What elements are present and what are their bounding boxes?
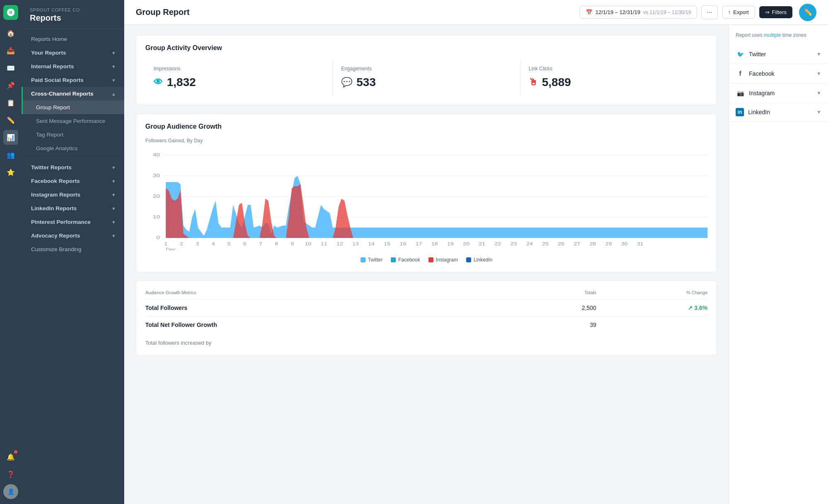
sidebar-item-reports-home[interactable]: Reports Home bbox=[22, 32, 124, 46]
instagram-chevron-icon: ▼ bbox=[816, 90, 821, 96]
linkedin-chevron-icon: ▼ bbox=[816, 109, 821, 115]
nav-list-icon[interactable]: 📋 bbox=[3, 95, 18, 110]
nav-reports-icon[interactable]: 📊 bbox=[3, 130, 18, 145]
audience-growth-title: Group Audience Growth bbox=[145, 123, 708, 130]
twitter-platform-icon: 🐦 bbox=[736, 50, 745, 59]
svg-text:17: 17 bbox=[416, 242, 422, 246]
legend-twitter: Twitter bbox=[361, 257, 383, 263]
svg-text:31: 31 bbox=[637, 242, 643, 246]
svg-text:4: 4 bbox=[212, 242, 215, 246]
timezone-note: Report uses multiple time zones bbox=[729, 32, 828, 45]
metrics-card: Audience Growth Metrics Totals % Change … bbox=[136, 281, 717, 355]
nav-inbox-icon[interactable]: 📥 bbox=[3, 43, 18, 58]
svg-text:15: 15 bbox=[384, 242, 390, 246]
edit-fab-button[interactable]: ✏️ bbox=[799, 4, 816, 21]
metric-change-net-growth bbox=[596, 317, 708, 334]
sidebar-item-internal-reports[interactable]: Internal Reports ▼ bbox=[22, 60, 124, 73]
metric-change-followers: ↗ 3.6% bbox=[596, 300, 708, 317]
sidebar-item-google-analytics[interactable]: Google Analytics bbox=[22, 142, 124, 155]
metric-total-net-growth: 39 bbox=[520, 317, 596, 334]
platform-instagram-left: 📷 Instagram bbox=[736, 89, 775, 98]
sidebar-item-facebook-reports[interactable]: Facebook Reports ▼ bbox=[22, 174, 124, 188]
svg-text:2: 2 bbox=[180, 242, 183, 246]
nav-home-icon[interactable]: 🏠 bbox=[3, 26, 18, 41]
svg-text:0: 0 bbox=[156, 235, 160, 240]
company-name: Sprout Coffee Co. bbox=[30, 7, 116, 12]
user-avatar[interactable]: 👤 bbox=[3, 484, 18, 499]
platform-twitter-left: 🐦 Twitter bbox=[736, 50, 766, 59]
page-title: Group Report bbox=[136, 7, 190, 17]
nav-tasks-icon[interactable]: ✉️ bbox=[3, 60, 18, 75]
content-area: Group Activity Overview Impressions 👁 1,… bbox=[124, 25, 828, 504]
stat-impressions: Impressions 👁 1,832 bbox=[145, 59, 333, 96]
more-options-button[interactable]: ··· bbox=[701, 5, 717, 19]
sidebar-item-customize-branding[interactable]: Customize Branding bbox=[22, 242, 124, 256]
twitter-legend-label: Twitter bbox=[368, 257, 383, 263]
engagements-icon: 💬 bbox=[341, 77, 352, 88]
svg-text:30: 30 bbox=[621, 242, 628, 246]
export-button[interactable]: ↑ Export bbox=[722, 6, 755, 19]
filters-icon: ⇒ bbox=[765, 9, 770, 15]
legend-linkedin: LinkedIn bbox=[466, 257, 492, 263]
audience-growth-card: Group Audience Growth Followers Gained, … bbox=[136, 113, 717, 272]
sidebar-item-tag-report[interactable]: Tag Report bbox=[22, 128, 124, 142]
nav-help-icon[interactable]: ❓ bbox=[3, 467, 18, 482]
sidebar-item-paid-social[interactable]: Paid Social Reports ▼ bbox=[22, 73, 124, 87]
svg-text:21: 21 bbox=[479, 242, 486, 246]
stat-link-clicks: Link Clicks 🖱 5,889 bbox=[520, 59, 708, 96]
sidebar-header: Sprout Coffee Co. Reports bbox=[22, 0, 124, 29]
svg-text:9: 9 bbox=[291, 242, 294, 246]
sidebar-item-group-report[interactable]: Group Report bbox=[22, 101, 124, 114]
linkedin-legend-dot bbox=[466, 257, 471, 262]
chart-legend: Twitter Facebook Instagram LinkedIn bbox=[145, 257, 708, 263]
sidebar-item-cross-channel[interactable]: Cross-Channel Reports ▲ bbox=[22, 87, 124, 101]
instagram-legend-label: Instagram bbox=[436, 257, 458, 263]
calendar-icon: 📅 bbox=[586, 9, 592, 15]
sidebar-item-linkedin-reports[interactable]: LinkedIn Reports ▼ bbox=[22, 202, 124, 215]
sidebar-item-pinterest[interactable]: Pinterest Performance ▼ bbox=[22, 215, 124, 229]
svg-text:40: 40 bbox=[153, 152, 160, 157]
app-logo[interactable] bbox=[3, 5, 18, 20]
platform-instagram[interactable]: 📷 Instagram ▼ bbox=[729, 84, 828, 103]
nav-team-icon[interactable]: 👥 bbox=[3, 147, 18, 162]
right-panel: Report uses multiple time zones 🐦 Twitte… bbox=[729, 25, 828, 504]
sidebar-item-your-reports[interactable]: Your Reports ▼ bbox=[22, 46, 124, 60]
svg-text:25: 25 bbox=[542, 242, 549, 246]
svg-text:20: 20 bbox=[463, 242, 469, 246]
svg-text:6: 6 bbox=[243, 242, 247, 246]
stats-row: Impressions 👁 1,832 Engagements 💬 533 bbox=[145, 59, 708, 96]
chevron-advocacy: ▼ bbox=[111, 233, 116, 238]
date-range-button[interactable]: 📅 12/1/19 – 12/31/19 vs 11/1/19 – 11/30/… bbox=[580, 6, 697, 19]
sidebar-item-twitter-reports[interactable]: Twitter Reports ▼ bbox=[22, 161, 124, 174]
group-activity-card: Group Activity Overview Impressions 👁 1,… bbox=[136, 35, 717, 105]
filters-button[interactable]: ⇒ Filters bbox=[759, 6, 792, 18]
link-clicks-icon: 🖱 bbox=[529, 77, 538, 88]
nav-star-icon[interactable]: ⭐ bbox=[3, 165, 18, 180]
svg-text:11: 11 bbox=[321, 242, 327, 246]
col-change: % Change bbox=[596, 290, 708, 300]
export-icon: ↑ bbox=[728, 9, 731, 15]
platform-facebook[interactable]: f Facebook ▼ bbox=[729, 64, 828, 84]
svg-text:26: 26 bbox=[558, 242, 564, 246]
timezone-link[interactable]: multiple bbox=[764, 32, 781, 38]
vs-text: vs 11/1/19 – 11/30/19 bbox=[643, 10, 691, 15]
svg-text:24: 24 bbox=[526, 242, 533, 246]
sidebar-item-instagram-reports[interactable]: Instagram Reports ▼ bbox=[22, 188, 124, 202]
svg-text:10: 10 bbox=[153, 214, 160, 219]
chevron-linkedin: ▼ bbox=[111, 206, 116, 211]
svg-text:1: 1 bbox=[164, 242, 168, 246]
nav-compose-icon[interactable]: ✏️ bbox=[3, 113, 18, 127]
chart-subtitle: Followers Gained, By Day bbox=[145, 138, 708, 144]
platform-linkedin[interactable]: in LinkedIn ▼ bbox=[729, 103, 828, 122]
facebook-legend-dot bbox=[391, 257, 396, 262]
sidebar-item-advocacy[interactable]: Advocacy Reports ▼ bbox=[22, 229, 124, 242]
main-content: Group Activity Overview Impressions 👁 1,… bbox=[124, 25, 729, 504]
nav-bell-icon[interactable]: 🔔 bbox=[3, 449, 18, 464]
platform-twitter[interactable]: 🐦 Twitter ▼ bbox=[729, 45, 828, 64]
svg-text:7: 7 bbox=[259, 242, 262, 246]
nav-pin-icon[interactable]: 📌 bbox=[3, 78, 18, 93]
facebook-platform-name: Facebook bbox=[749, 70, 774, 77]
chevron-paid-social: ▼ bbox=[111, 78, 116, 83]
sidebar-item-sent-message[interactable]: Sent Message Performance bbox=[22, 114, 124, 128]
link-clicks-value: 🖱 5,889 bbox=[529, 76, 699, 89]
